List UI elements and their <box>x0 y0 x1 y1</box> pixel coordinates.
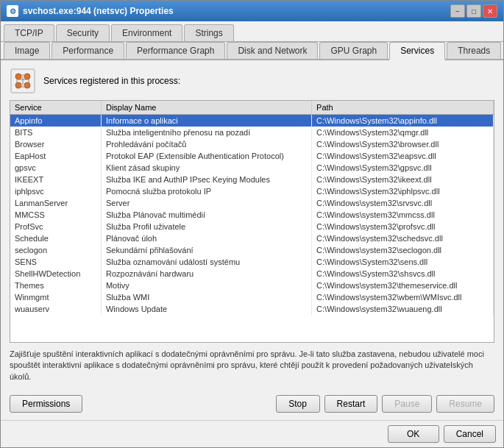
cell-service: LanmanServer <box>10 197 101 209</box>
table-row[interactable]: AppinfoInformace o aplikaciC:\Windows\Sy… <box>10 115 494 127</box>
cancel-button[interactable]: Cancel <box>444 425 496 443</box>
cell-service: MMCSS <box>10 209 101 221</box>
cell-path: C:\Windows\system32\srvsvc.dll <box>312 197 494 209</box>
table-row[interactable]: EapHostProtokol EAP (Extensible Authenti… <box>10 150 494 162</box>
svg-point-2 <box>24 74 30 79</box>
cell-display: Windows Update <box>101 303 311 315</box>
svg-point-1 <box>15 74 21 79</box>
table-row[interactable]: SENSSlužba oznamování událostí systémuC:… <box>10 256 494 268</box>
tab-threads[interactable]: Threads <box>447 42 501 59</box>
col-header-service[interactable]: Service <box>10 101 101 115</box>
svg-point-3 <box>15 82 21 88</box>
bottom-right-buttons: Stop Restart Pause Resume <box>276 395 494 413</box>
table-row[interactable]: ShellHWDetectionRozpoznávání hardwaruC:\… <box>10 268 494 280</box>
cell-service: wuauserv <box>10 303 101 315</box>
window-title: svchost.exe:944 (netsvc) Properties <box>23 6 174 16</box>
cell-display: Služba WMI <box>101 291 311 303</box>
svg-point-4 <box>24 82 30 88</box>
cell-path: C:\Windows\System32\eapsvc.dll <box>312 150 494 162</box>
services-table-wrapper[interactable]: Service Display Name Path AppinfoInforma… <box>10 100 494 343</box>
table-row[interactable]: iphlpsvcPomocná služba protokolu IPC:\Wi… <box>10 185 494 197</box>
cell-display: Sekundární přihlašování <box>101 244 311 256</box>
cell-service: seclogon <box>10 244 101 256</box>
cell-service: ProfSvc <box>10 221 101 232</box>
ok-button[interactable]: OK <box>388 425 439 443</box>
cell-path: C:\Windows\system32\themeservice.dll <box>312 280 494 291</box>
cell-path: C:\Windows\System32\gpsvc.dll <box>312 162 494 174</box>
tab-performance-graph[interactable]: Performance Graph <box>126 42 225 59</box>
main-window: ⚙ svchost.exe:944 (netsvc) Properties − … <box>0 0 504 448</box>
maximize-button[interactable]: □ <box>466 4 481 18</box>
cell-path: C:\Windows\system32\wbem\WMIsvc.dll <box>312 291 494 303</box>
cell-display: Protokol EAP (Extensible Authentication … <box>101 150 311 162</box>
table-row[interactable]: gpsvcKlient zásad skupinyC:\Windows\Syst… <box>10 162 494 174</box>
permissions-button[interactable]: Permissions <box>10 395 82 413</box>
bottom-left-buttons: Permissions <box>10 395 82 413</box>
services-header-text: Services registered in this process: <box>43 76 180 86</box>
cell-path: C:\Windows\System32\qmgr.dll <box>312 127 494 138</box>
pause-button[interactable]: Pause <box>382 395 432 413</box>
cell-path: C:\Windows\System32\appinfo.dll <box>312 115 494 127</box>
tab-services[interactable]: Services <box>389 42 445 60</box>
table-row[interactable]: BrowserProhledávání počítačůC:\Windows\S… <box>10 138 494 150</box>
cell-display: Služba Profil uživatele <box>101 221 311 232</box>
tab-gpu-graph[interactable]: GPU Graph <box>319 42 388 59</box>
cell-service: SENS <box>10 256 101 268</box>
cell-service: IKEEXT <box>10 174 101 185</box>
col-header-display[interactable]: Display Name <box>101 101 311 115</box>
tab-tcpip[interactable]: TCP/IP <box>4 24 54 41</box>
cell-display: Server <box>101 197 311 209</box>
tab-performance[interactable]: Performance <box>52 42 124 59</box>
services-table: Service Display Name Path AppinfoInforma… <box>10 101 494 315</box>
table-row[interactable]: IKEEXTSlužba IKE and AuthIP IPsec Keying… <box>10 174 494 185</box>
cell-path: C:\Windows\system32\seclogon.dll <box>312 244 494 256</box>
table-row[interactable]: ThemesMotivyC:\Windows\system32\themeser… <box>10 280 494 291</box>
table-row[interactable]: SchedulePlánovač úlohC:\Windows\system32… <box>10 232 494 244</box>
title-controls: − □ ✕ <box>450 4 497 18</box>
table-row[interactable]: wuauservWindows UpdateC:\Windows\system3… <box>10 303 494 315</box>
table-row[interactable]: MMCSSSlužba Plánovač multimédiíC:\Window… <box>10 209 494 221</box>
window-icon: ⚙ <box>7 5 18 17</box>
cell-display: Klient zásad skupiny <box>101 162 311 174</box>
main-content: Services registered in this process: Ser… <box>1 60 503 420</box>
cell-service: ShellHWDetection <box>10 268 101 280</box>
services-icon <box>10 68 36 94</box>
tab-strings[interactable]: Strings <box>184 24 233 41</box>
cell-service: Browser <box>10 138 101 150</box>
resume-button[interactable]: Resume <box>436 395 494 413</box>
cell-path: C:\Windows\system32\wuaueng.dll <box>312 303 494 315</box>
table-row[interactable]: BITSSlužba inteligentního přenosu na poz… <box>10 127 494 138</box>
table-row[interactable]: ProfSvcSlužba Profil uživateleC:\Windows… <box>10 221 494 232</box>
cell-display: Rozpoznávání hardwaru <box>101 268 311 280</box>
cell-display: Prohledávání počítačů <box>101 138 311 150</box>
cell-service: Appinfo <box>10 115 101 127</box>
cell-service: gpsvc <box>10 162 101 174</box>
cell-display: Informace o aplikaci <box>101 115 311 127</box>
cell-service: Schedule <box>10 232 101 244</box>
services-header: Services registered in this process: <box>10 68 494 94</box>
cell-service: iphlpsvc <box>10 185 101 197</box>
col-header-path[interactable]: Path <box>312 101 494 115</box>
table-row[interactable]: seclogonSekundární přihlašováníC:\Window… <box>10 244 494 256</box>
tab-security[interactable]: Security <box>56 24 110 41</box>
cell-display: Služba inteligentního přenosu na pozadí <box>101 127 311 138</box>
bottom-buttons: Permissions Stop Restart Pause Resume <box>10 395 494 413</box>
cell-path: C:\Windows\system32\profsvc.dll <box>312 221 494 232</box>
restart-button[interactable]: Restart <box>324 395 378 413</box>
cell-display: Motivy <box>101 280 311 291</box>
tab-environment[interactable]: Environment <box>111 24 182 41</box>
minimize-button[interactable]: − <box>450 4 465 18</box>
cell-path: C:\Windows\System32\shsvcs.dll <box>312 268 494 280</box>
tab-disk-network[interactable]: Disk and Network <box>227 42 318 59</box>
table-row[interactable]: WinmgmtSlužba WMIC:\Windows\system32\wbe… <box>10 291 494 303</box>
cell-display: Plánovač úloh <box>101 232 311 244</box>
title-bar: ⚙ svchost.exe:944 (netsvc) Properties − … <box>1 1 503 21</box>
description-box: Zajišťuje spuštění interaktivních aplika… <box>10 349 494 389</box>
footer: OK Cancel <box>1 420 503 447</box>
tab-image[interactable]: Image <box>4 42 50 59</box>
top-tab-row: TCP/IP Security Environment Strings <box>1 21 503 42</box>
close-button[interactable]: ✕ <box>483 4 497 18</box>
stop-button[interactable]: Stop <box>276 395 320 413</box>
bottom-tab-row: Image Performance Performance Graph Disk… <box>1 42 503 60</box>
table-row[interactable]: LanmanServerServerC:\Windows\system32\sr… <box>10 197 494 209</box>
